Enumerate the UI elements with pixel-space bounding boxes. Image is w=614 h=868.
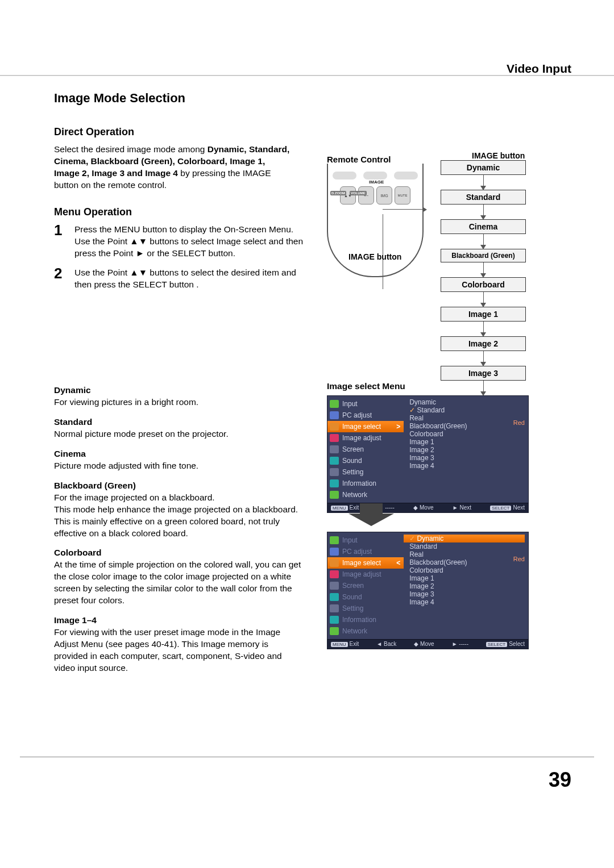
osd2-menu-key: MENU xyxy=(331,642,348,647)
osd-left-item: Sound xyxy=(327,455,404,466)
mode-arrow-icon xyxy=(441,322,526,336)
osd-right-item: Blackboard(Green) xyxy=(409,558,525,566)
osd2-next: ----- xyxy=(459,641,468,647)
osd-menu-icon xyxy=(330,536,339,544)
osd-menu-icon xyxy=(330,559,339,567)
osd-right-item: Colorboard xyxy=(409,566,525,574)
mode-desc-block: CinemaPicture mode adjusted with fine to… xyxy=(54,448,304,472)
mode-desc-title: Colorboard xyxy=(54,547,304,559)
osd-carat-icon: > xyxy=(396,423,400,430)
mode-arrow-icon xyxy=(441,234,526,249)
osd-menu-icon xyxy=(330,593,339,601)
osd-carat-icon: < xyxy=(396,560,400,566)
osd-menu-icon xyxy=(330,491,339,499)
osd-left-label: PC adjust xyxy=(342,412,372,419)
osd-left-label: Setting xyxy=(342,469,363,475)
osd-menu-icon xyxy=(330,604,339,612)
mode-arrow-icon xyxy=(441,351,526,366)
osd-menu-icon xyxy=(330,423,339,431)
osd-left-label: Setting xyxy=(342,605,363,612)
osd-left-item: Network xyxy=(327,625,404,637)
svg-marker-0 xyxy=(349,503,394,526)
osd-left-item: Image adjust xyxy=(327,569,404,580)
direct-operation-text: Select the desired image mode among Dyna… xyxy=(54,144,293,191)
mode-desc-title: Cinema xyxy=(54,448,304,460)
step-1-num: 1 xyxy=(54,223,74,260)
osd-left-label: Input xyxy=(342,537,358,544)
mode-arrow-icon xyxy=(441,205,526,219)
osd-left-label: Information xyxy=(342,480,376,487)
osd-left-item: Network xyxy=(327,489,404,500)
osd-left-item: Setting xyxy=(327,466,404,478)
osd1-select: Next xyxy=(513,504,525,511)
osd-right-item: Image 4 xyxy=(409,598,525,606)
osd-right-item: Real xyxy=(409,414,525,422)
mode-arrow-icon xyxy=(441,381,526,395)
mode-desc-body: For viewing pictures in a bright room. xyxy=(54,397,304,408)
osd2-exit: Exit xyxy=(350,641,359,647)
mode-desc-body: For the image projected on a blackboard.… xyxy=(54,492,304,540)
osd-left-item: Information xyxy=(327,614,404,625)
osd-menu-2: InputPC adjustImage select<Image adjustS… xyxy=(327,532,529,649)
step-2-text: Use the Point ▲▼ buttons to select the d… xyxy=(74,267,304,291)
osd-right-tag: Red xyxy=(513,556,525,562)
osd-left-label: Image adjust xyxy=(342,571,381,578)
osd-left-label: Input xyxy=(342,400,358,407)
mode-box: Image 3 xyxy=(441,366,526,381)
osd-right-item: Image 4 xyxy=(409,462,525,470)
osd-menu-icon xyxy=(330,582,339,590)
mode-arrow-icon xyxy=(441,292,526,307)
mode-box: Standard xyxy=(441,190,526,205)
osd-right-item: Image 3 xyxy=(409,454,525,462)
mode-desc-title: Image 1–4 xyxy=(54,615,304,627)
mode-box: Blackboard (Green) xyxy=(441,249,526,262)
mode-desc-title: Blackboard (Green) xyxy=(54,480,304,492)
osd-menu-icon xyxy=(330,445,339,453)
step-1-row: 1 Press the MENU button to display the O… xyxy=(54,224,304,260)
mode-desc-body: For viewing with the user preset image m… xyxy=(54,627,304,674)
remote-mute-btn: MUTE xyxy=(395,186,410,205)
osd-left-item: Sound xyxy=(327,591,404,603)
remote-dzoom-label: D.ZOOM xyxy=(330,191,346,195)
mode-box: Colorboard xyxy=(441,277,526,292)
osd2-move: Move xyxy=(420,641,434,647)
mode-box: Image 2 xyxy=(441,336,526,351)
mode-arrow-icon xyxy=(441,175,526,190)
osd-left-label: Image adjust xyxy=(342,435,381,441)
osd-right-item: Image 2 xyxy=(409,446,525,454)
osd-left-item: Input xyxy=(327,535,404,546)
osd-right-item: Standard xyxy=(409,406,525,414)
mode-box: Cinema xyxy=(441,219,526,234)
page-number: 39 xyxy=(549,768,571,792)
osd-left-item: Image select< xyxy=(327,557,404,569)
direct-operation-title: Direct Operation xyxy=(54,126,304,138)
osd-left-label: Image select xyxy=(342,560,381,566)
osd-left-item: PC adjust xyxy=(327,410,404,421)
mode-desc-block: Blackboard (Green)For the image projecte… xyxy=(54,480,304,540)
osd-right-item: Standard xyxy=(409,542,525,550)
osd-left-label: Network xyxy=(342,491,367,498)
osd-right-item: Image 1 xyxy=(409,574,525,582)
osd-menu-1: InputPC adjustImage select>Image adjustS… xyxy=(327,395,529,513)
osd-left-label: PC adjust xyxy=(342,548,372,555)
osd-right-item: Dynamic xyxy=(404,535,525,542)
osd-menu-icon xyxy=(330,616,339,624)
down-arrow-icon xyxy=(349,503,394,526)
osd-menu-icon xyxy=(330,457,339,465)
osd-right-item: Colorboard xyxy=(409,430,525,438)
remote-caption: IMAGE button xyxy=(349,252,401,261)
osd-left-label: Sound xyxy=(342,594,362,600)
osd-menu-icon xyxy=(330,627,339,635)
footer-rule xyxy=(20,757,594,757)
mode-box: Dynamic xyxy=(441,160,526,175)
mode-arrow-icon xyxy=(441,262,526,277)
osd2-back: Back xyxy=(384,641,396,647)
osd-left-item: Image select> xyxy=(327,421,404,432)
osd-left-label: Information xyxy=(342,616,376,623)
osd-left-item: Screen xyxy=(327,444,404,455)
osd-left-item: Information xyxy=(327,478,404,489)
mode-desc-body: At the time of simple projection on the … xyxy=(54,559,304,607)
osd-menu-icon xyxy=(330,548,339,556)
osd-menu-icon xyxy=(330,570,339,578)
osd-right-item: Real xyxy=(409,550,525,558)
